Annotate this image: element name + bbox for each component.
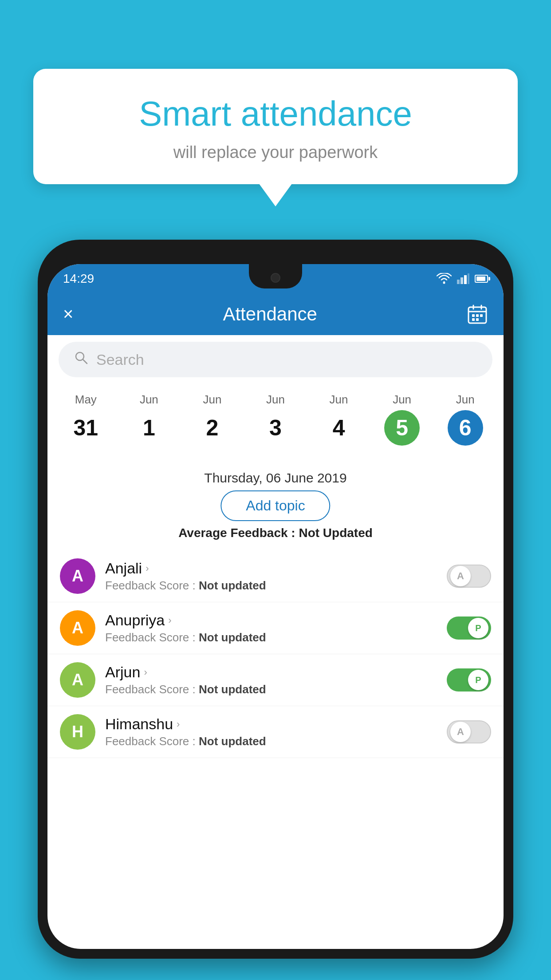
- attendance-toggle[interactable]: P: [447, 616, 491, 640]
- cal-day-number[interactable]: 4: [321, 410, 357, 446]
- close-button[interactable]: ×: [63, 304, 73, 324]
- student-name-text: Anupriya: [105, 612, 165, 629]
- cal-month-label: Jun: [330, 393, 348, 407]
- calendar-day[interactable]: Jun3: [258, 393, 293, 446]
- student-list-item[interactable]: AArjun›Feedback Score : Not updatedP: [47, 654, 504, 706]
- cal-day-number[interactable]: 31: [68, 410, 103, 446]
- student-name-text: Arjun: [105, 664, 140, 681]
- svg-rect-9: [472, 318, 475, 321]
- cal-day-number[interactable]: 1: [131, 410, 167, 446]
- search-bar[interactable]: Search: [59, 342, 492, 377]
- svg-rect-8: [480, 314, 483, 317]
- student-name-text: Anjali: [105, 560, 142, 577]
- cal-day-number[interactable]: 2: [194, 410, 230, 446]
- calendar-day[interactable]: May31: [68, 393, 103, 446]
- signal-icon: [457, 273, 469, 284]
- calendar-icon[interactable]: [467, 304, 488, 325]
- date-display: Thursday, 06 June 2019: [47, 470, 504, 486]
- svg-rect-7: [476, 314, 479, 317]
- wifi-icon: [437, 273, 452, 285]
- cal-month-label: Jun: [203, 393, 221, 407]
- cal-month-label: Jun: [266, 393, 285, 407]
- battery-icon: [475, 275, 488, 283]
- svg-rect-4: [468, 273, 469, 284]
- toggle-switch[interactable]: A: [447, 720, 491, 743]
- student-list-item[interactable]: AAnupriya›Feedback Score : Not updatedP: [47, 602, 504, 654]
- calendar-day[interactable]: Jun6: [448, 393, 483, 446]
- toggle-knob: A: [450, 722, 471, 742]
- toggle-knob: P: [468, 670, 488, 690]
- header-title: Attendance: [223, 304, 317, 325]
- speech-bubble: Smart attendance will replace your paper…: [33, 69, 518, 184]
- student-info: Anupriya›Feedback Score : Not updated: [105, 612, 437, 644]
- phone-screen: 14:29: [47, 264, 504, 949]
- toggle-switch[interactable]: P: [447, 616, 491, 640]
- student-info: Himanshu›Feedback Score : Not updated: [105, 715, 437, 748]
- app-header: × Attendance: [47, 293, 504, 335]
- calendar-day[interactable]: Jun2: [194, 393, 230, 446]
- toggle-switch[interactable]: P: [447, 668, 491, 692]
- student-list-item[interactable]: AAnjali›Feedback Score : Not updatedA: [47, 550, 504, 602]
- cal-month-label: Jun: [456, 393, 475, 407]
- student-list: AAnjali›Feedback Score : Not updatedAAAn…: [47, 550, 504, 949]
- student-name: Anjali›: [105, 560, 437, 577]
- search-icon: [74, 351, 88, 368]
- toggle-knob: P: [468, 618, 488, 638]
- student-feedback: Feedback Score : Not updated: [105, 735, 437, 748]
- student-feedback: Feedback Score : Not updated: [105, 631, 437, 644]
- status-icons: [437, 273, 488, 285]
- avg-feedback-label: Average Feedback :: [178, 526, 299, 540]
- avg-feedback-value: Not Updated: [299, 526, 372, 540]
- student-feedback: Feedback Score : Not updated: [105, 579, 437, 593]
- add-topic-button[interactable]: Add topic: [220, 490, 330, 521]
- student-feedback: Feedback Score : Not updated: [105, 683, 437, 696]
- student-info: Arjun›Feedback Score : Not updated: [105, 664, 437, 696]
- student-avatar: A: [60, 662, 95, 698]
- phone-frame: 14:29: [38, 240, 513, 959]
- student-info: Anjali›Feedback Score : Not updated: [105, 560, 437, 593]
- svg-rect-10: [476, 318, 479, 321]
- bubble-title: Smart attendance: [60, 93, 491, 135]
- student-avatar: A: [60, 610, 95, 646]
- calendar-strip: May31Jun1Jun2Jun3Jun4Jun5Jun6: [47, 384, 504, 446]
- svg-rect-1: [457, 280, 460, 284]
- toggle-knob: A: [450, 566, 471, 586]
- chevron-right-icon: ›: [168, 615, 171, 626]
- student-name: Anupriya›: [105, 612, 437, 629]
- bubble-subtitle: will replace your paperwork: [60, 143, 491, 162]
- svg-rect-2: [460, 277, 463, 284]
- chevron-right-icon: ›: [146, 563, 149, 574]
- camera: [271, 273, 280, 283]
- chevron-right-icon: ›: [144, 667, 147, 678]
- notch: [249, 264, 302, 288]
- add-topic-label: Add topic: [246, 498, 305, 514]
- student-name: Himanshu›: [105, 715, 437, 733]
- calendar-day[interactable]: Jun1: [131, 393, 167, 446]
- cal-day-number[interactable]: 5: [384, 410, 420, 446]
- svg-rect-3: [464, 275, 467, 284]
- cal-day-number[interactable]: 6: [448, 410, 483, 446]
- student-name: Arjun›: [105, 664, 437, 681]
- cal-month-label: May: [75, 393, 97, 407]
- cal-month-label: Jun: [140, 393, 158, 407]
- calendar-day[interactable]: Jun4: [321, 393, 357, 446]
- student-avatar: A: [60, 558, 95, 594]
- calendar-day[interactable]: Jun5: [384, 393, 420, 446]
- student-avatar: H: [60, 714, 95, 750]
- student-name-text: Himanshu: [105, 715, 173, 733]
- avg-feedback: Average Feedback : Not Updated: [47, 526, 504, 540]
- svg-point-0: [443, 281, 445, 284]
- cal-month-label: Jun: [393, 393, 411, 407]
- attendance-toggle[interactable]: A: [447, 565, 491, 588]
- attendance-toggle[interactable]: P: [447, 668, 491, 692]
- search-input[interactable]: Search: [96, 351, 477, 368]
- student-list-item[interactable]: HHimanshu›Feedback Score : Not updatedA: [47, 706, 504, 758]
- chevron-right-icon: ›: [177, 719, 180, 730]
- toggle-switch[interactable]: A: [447, 565, 491, 588]
- svg-rect-6: [472, 314, 475, 317]
- status-time: 14:29: [63, 272, 94, 286]
- cal-day-number[interactable]: 3: [258, 410, 293, 446]
- attendance-toggle[interactable]: A: [447, 720, 491, 743]
